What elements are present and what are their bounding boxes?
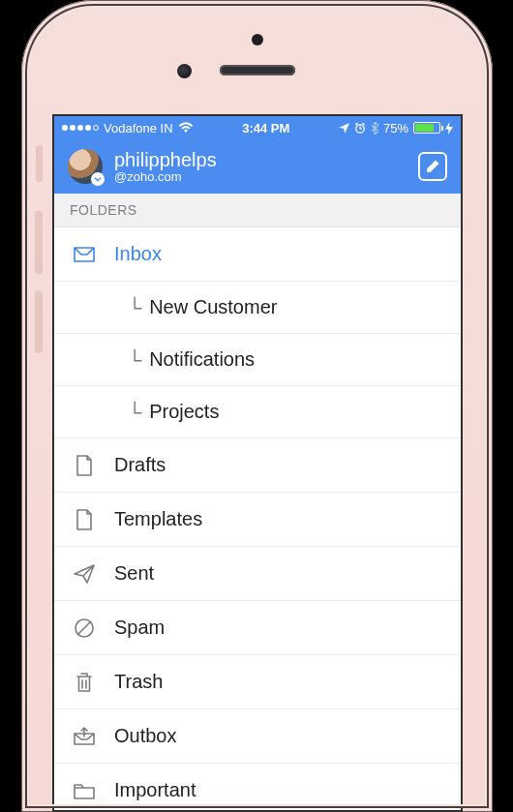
volume-up-button (35, 211, 43, 274)
wifi-icon (178, 122, 194, 134)
folder-list[interactable]: Inbox└New Customer└Notifications└Project… (54, 227, 461, 812)
bluetooth-icon (371, 122, 378, 135)
folder-label: Drafts (114, 454, 166, 476)
folder-label: Trash (114, 671, 163, 693)
compose-button[interactable] (418, 152, 447, 181)
folder-templates[interactable]: Templates (54, 493, 461, 547)
folder-inbox[interactable]: Inbox (54, 227, 461, 282)
status-bar: Vodafone IN 3:44 PM 75% (54, 116, 461, 139)
spam-icon (72, 617, 97, 639)
folder-label: Inbox (114, 243, 162, 265)
folder-label: Spam (114, 617, 165, 639)
account-switcher-icon[interactable] (91, 172, 105, 186)
speaker-grille (220, 65, 295, 75)
folder-spam[interactable]: Spam (54, 601, 461, 655)
tree-branch-icon: └ (128, 403, 141, 422)
folder-outbox[interactable]: Outbox (54, 709, 461, 764)
signal-strength-icon (62, 125, 99, 131)
subfolder-label: New Customer (149, 296, 277, 318)
account-label: philipphelps @zoho.com (114, 149, 407, 184)
battery-percent: 75% (383, 121, 408, 135)
account-header[interactable]: philipphelps @zoho.com (54, 139, 461, 194)
templates-icon (72, 508, 97, 531)
folder-label: Sent (114, 562, 154, 585)
folders-section-header: FOLDERS (54, 194, 461, 227)
proximity-sensor (252, 34, 263, 45)
screen: Vodafone IN 3:44 PM 75% (52, 114, 463, 812)
subfolder-label: Notifications (149, 348, 255, 371)
folder-drafts[interactable]: Drafts (54, 438, 461, 493)
subfolder-label: Projects (149, 401, 219, 423)
folder-trash[interactable]: Trash (54, 655, 461, 709)
folder-important[interactable]: Important (54, 764, 461, 812)
folder-sent[interactable]: Sent (54, 547, 461, 601)
drafts-icon (72, 454, 97, 477)
subfolder-notifications[interactable]: └Notifications (54, 334, 461, 386)
folder-label: Outbox (114, 725, 176, 747)
front-camera (177, 64, 192, 78)
folder-label: Templates (114, 508, 202, 530)
charging-icon (445, 122, 453, 135)
clock: 3:44 PM (242, 121, 289, 135)
subfolder-new-customer[interactable]: └New Customer (54, 282, 461, 334)
volume-down-button (35, 290, 43, 353)
alarm-icon (354, 122, 366, 134)
folder-label: Important (114, 779, 196, 801)
subfolder-projects[interactable]: └Projects (54, 386, 461, 438)
carrier-label: Vodafone IN (104, 121, 173, 135)
tree-branch-icon: └ (128, 350, 141, 370)
account-name: philipphelps (114, 149, 407, 170)
compose-icon (424, 158, 441, 175)
inbox-icon (72, 245, 97, 264)
phone-frame: Vodafone IN 3:44 PM 75% (21, 0, 493, 812)
trash-icon (72, 671, 97, 694)
mute-switch (36, 145, 43, 182)
battery-icon (413, 122, 440, 134)
sent-icon (72, 563, 97, 585)
location-icon (339, 123, 349, 134)
tree-branch-icon: └ (128, 298, 141, 317)
outbox-icon (72, 727, 97, 746)
account-domain: @zoho.com (114, 170, 407, 184)
folder-icon (72, 781, 97, 800)
avatar[interactable] (68, 149, 103, 184)
